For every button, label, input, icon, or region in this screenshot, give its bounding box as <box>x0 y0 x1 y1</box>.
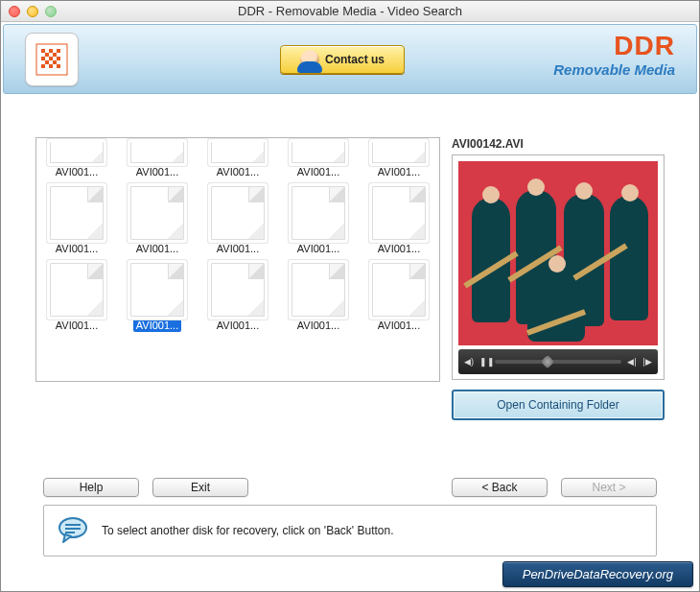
exit-button[interactable]: Exit <box>152 478 248 497</box>
file-label: AVI001... <box>294 242 342 255</box>
file-item[interactable]: AVI001... <box>362 140 436 180</box>
file-label: AVI001... <box>375 165 423 178</box>
window-controls <box>1 6 57 17</box>
contact-us-button[interactable]: Contact us <box>280 45 405 74</box>
close-icon[interactable] <box>9 6 20 17</box>
contact-label: Contact us <box>325 53 385 66</box>
window-title: DDR - Removable Media - Video Search <box>238 4 462 18</box>
file-label: AVI001... <box>375 242 423 255</box>
file-icon <box>50 263 104 317</box>
file-item[interactable]: AVI001... <box>120 140 195 180</box>
file-grid: AVI001...AVI001...AVI001...AVI001...AVI0… <box>36 140 439 334</box>
file-item[interactable]: AVI001... <box>39 184 114 257</box>
file-icon <box>372 142 426 163</box>
svg-rect-10 <box>53 60 57 64</box>
file-item[interactable]: AVI001... <box>362 184 436 257</box>
file-label: AVI001... <box>375 319 423 332</box>
file-label: AVI001... <box>214 165 262 178</box>
svg-rect-5 <box>53 53 57 57</box>
file-grid-panel: AVI001...AVI001...AVI001...AVI001...AVI0… <box>35 137 440 382</box>
file-label: AVI001... <box>53 319 101 332</box>
file-icon <box>130 186 184 240</box>
file-item[interactable]: AVI001... <box>362 261 436 334</box>
file-icon <box>372 186 426 240</box>
chat-bubble-icon <box>58 515 88 546</box>
help-button[interactable]: Help <box>43 478 139 497</box>
file-icon <box>50 186 104 240</box>
brand-title: DDR <box>553 31 675 61</box>
seek-slider[interactable] <box>495 360 621 364</box>
main-content: AVI001...AVI001...AVI001...AVI001...AVI0… <box>1 137 699 556</box>
file-icon <box>211 142 265 163</box>
app-logo[interactable] <box>25 33 79 86</box>
svg-rect-8 <box>57 57 60 60</box>
svg-rect-7 <box>49 57 53 60</box>
nav-row: Help Exit < Back Next > <box>9 478 691 497</box>
file-label: AVI001... <box>133 165 181 178</box>
file-icon <box>50 142 104 163</box>
grid-icon <box>35 43 68 76</box>
svg-rect-9 <box>45 60 49 64</box>
file-item[interactable]: AVI001... <box>200 140 275 180</box>
svg-rect-12 <box>49 64 53 68</box>
hint-box: To select another disk for recovery, cli… <box>43 505 657 556</box>
preview-panel: AVI00142.AVI ◀) ❚❚ ◀| |▶ Open Co <box>452 137 665 420</box>
next-button: Next > <box>561 478 657 497</box>
file-icon <box>372 263 426 317</box>
hint-text: To select another disk for recovery, cli… <box>102 524 394 537</box>
file-icon <box>211 186 265 240</box>
video-player-controls: ◀) ❚❚ ◀| |▶ <box>458 349 658 374</box>
step-forward-icon[interactable]: |▶ <box>642 357 652 367</box>
file-item[interactable]: AVI001... <box>281 261 356 334</box>
svg-rect-13 <box>57 64 60 68</box>
file-icon <box>292 142 345 163</box>
file-icon <box>130 263 184 317</box>
file-label: AVI001... <box>133 319 181 332</box>
svg-rect-1 <box>41 49 45 53</box>
file-label: AVI001... <box>53 242 101 255</box>
file-label: AVI001... <box>133 242 181 255</box>
file-label: AVI001... <box>214 242 262 255</box>
file-item[interactable]: AVI001... <box>39 140 114 180</box>
minimize-icon[interactable] <box>27 6 38 17</box>
file-item[interactable]: AVI001... <box>120 261 195 334</box>
back-button[interactable]: < Back <box>452 478 548 497</box>
person-icon <box>300 50 319 69</box>
file-icon <box>292 263 345 317</box>
preview-thumbnail <box>458 161 658 345</box>
svg-rect-4 <box>45 53 49 57</box>
file-icon <box>130 142 184 163</box>
file-label: AVI001... <box>214 319 262 332</box>
file-item[interactable]: AVI001... <box>200 184 275 257</box>
titlebar: DDR - Removable Media - Video Search <box>1 1 699 22</box>
file-label: AVI001... <box>294 319 342 332</box>
footer-badge: PenDriveDataRecovery.org <box>502 561 693 587</box>
file-item[interactable]: AVI001... <box>39 261 114 334</box>
preview-filename: AVI00142.AVI <box>452 137 665 151</box>
step-back-icon[interactable]: ◀| <box>627 357 637 367</box>
svg-rect-11 <box>41 64 45 68</box>
file-item[interactable]: AVI001... <box>200 261 275 334</box>
file-item[interactable]: AVI001... <box>120 184 195 257</box>
header-band: Contact us DDR Removable Media <box>3 24 697 94</box>
file-label: AVI001... <box>294 165 342 178</box>
volume-icon[interactable]: ◀) <box>464 357 474 367</box>
maximize-icon[interactable] <box>45 6 57 17</box>
brand-subtitle: Removable Media <box>553 61 675 78</box>
file-item[interactable]: AVI001... <box>281 140 356 180</box>
file-icon <box>211 263 265 317</box>
file-label: AVI001... <box>53 165 101 178</box>
brand-block: DDR Removable Media <box>553 31 675 78</box>
file-item[interactable]: AVI001... <box>281 184 356 257</box>
svg-rect-3 <box>57 49 60 53</box>
svg-rect-2 <box>49 49 53 53</box>
file-icon <box>292 186 345 240</box>
svg-rect-6 <box>41 57 45 60</box>
open-containing-folder-button[interactable]: Open Containing Folder <box>452 390 665 420</box>
pause-icon[interactable]: ❚❚ <box>479 357 489 367</box>
preview-box: ◀) ❚❚ ◀| |▶ <box>452 154 665 380</box>
